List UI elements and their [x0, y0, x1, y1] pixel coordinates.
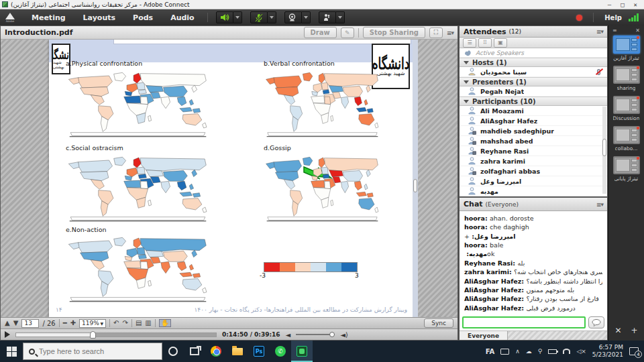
- taskbar-app-task-view[interactable]: [184, 341, 205, 362]
- layout-thumbnail[interactable]: [613, 156, 640, 174]
- language-indicator[interactable]: FA: [486, 348, 494, 355]
- attendee-row[interactable]: zolfaghari abbas: [460, 166, 607, 176]
- layout-thumbnail[interactable]: [613, 66, 640, 84]
- menu-meeting[interactable]: Meeting: [23, 13, 74, 22]
- draw-button[interactable]: Draw: [304, 27, 337, 38]
- menu-layouts[interactable]: Layouts: [74, 13, 124, 22]
- layout-item[interactable]: Discussion: [608, 96, 644, 121]
- taskbar-app-adobe-connect[interactable]: [291, 341, 313, 362]
- wifi-icon[interactable]: [563, 349, 570, 354]
- delete-layout-icon[interactable]: ✕: [614, 326, 621, 335]
- notification-center-icon[interactable]: 4: [629, 347, 639, 355]
- rail-menu-icon[interactable]: ≡: [612, 27, 617, 34]
- sync-button[interactable]: Sync: [424, 318, 453, 328]
- attendee-row[interactable]: AliAsghar Hafez: [460, 116, 607, 126]
- rail-close-icon[interactable]: ✕: [635, 27, 640, 34]
- chat-input[interactable]: [462, 316, 586, 328]
- system-tray: FA ∧ ☁ ⚲ ◁× 6:57 PM 5/23/2021 4: [486, 344, 644, 359]
- microphone-tray-icon[interactable]: ⚲: [538, 348, 543, 355]
- page-number-input[interactable]: 13: [21, 319, 39, 328]
- attendee-group-header[interactable]: Hosts (1): [460, 58, 607, 67]
- raise-hand-dropdown[interactable]: [336, 11, 345, 23]
- webcam-dropdown[interactable]: [302, 11, 311, 23]
- layout-item-selected[interactable]: تیتراژ آغازین: [608, 36, 644, 61]
- single-page-view-icon[interactable]: ▤: [136, 320, 142, 326]
- help-menu[interactable]: Help: [604, 14, 622, 21]
- layout-thumbnail[interactable]: [613, 126, 640, 144]
- page-down-icon[interactable]: ▼: [13, 320, 19, 326]
- microphone-button[interactable]: [250, 11, 276, 23]
- seek-bar[interactable]: [15, 333, 217, 337]
- add-layout-icon[interactable]: +: [631, 326, 638, 335]
- taskbar-app-cortana[interactable]: [162, 341, 184, 362]
- clock[interactable]: 6:57 PM 5/23/2021: [592, 344, 623, 359]
- status-view-icon[interactable]: ▣: [494, 38, 507, 48]
- pan-hand-icon[interactable]: ✋: [159, 319, 171, 327]
- taskbar-app-photoshop[interactable]: Ps: [248, 341, 270, 362]
- zoom-out-icon[interactable]: ━: [63, 320, 67, 326]
- zoom-in-icon[interactable]: ✚: [70, 320, 76, 326]
- volume-slider[interactable]: [296, 334, 335, 335]
- minimize-button[interactable]: —: [608, 1, 611, 8]
- start-button[interactable]: [0, 341, 23, 362]
- menu-audio[interactable]: Audio: [162, 13, 203, 22]
- attendee-row[interactable]: مهدیه: [460, 186, 607, 196]
- play-button[interactable]: [5, 331, 10, 338]
- attendee-row[interactable]: mahshad abed: [460, 136, 607, 146]
- attendee-group-header[interactable]: Presenters (1): [460, 77, 607, 86]
- attendees-pod-menu-icon[interactable]: ≡▾: [596, 28, 603, 35]
- attendee-row[interactable]: Ali Moazami: [460, 106, 607, 116]
- list-view-icon[interactable]: ☰: [463, 38, 476, 48]
- tab-everyone[interactable]: Everyone: [460, 331, 508, 340]
- attendee-row[interactable]: Pegah Nejat: [460, 86, 607, 97]
- layout-item[interactable]: collabo...: [608, 126, 644, 152]
- close-button[interactable]: ✕: [634, 1, 637, 8]
- pointer-tool-button[interactable]: ✎: [341, 27, 354, 38]
- volume-tray-icon[interactable]: ◁×: [576, 348, 586, 355]
- layout-item[interactable]: تیتراژ پایانی: [608, 156, 644, 182]
- attendees-scrollbar[interactable]: [602, 107, 606, 194]
- speaker-icon[interactable]: ◄⟩: [340, 331, 348, 339]
- search-input[interactable]: [39, 347, 146, 355]
- attendee-row[interactable]: Reyhane Rasi: [460, 146, 607, 156]
- layout-list: تیتراژ آغازین sharing Discussion collabo…: [608, 36, 644, 182]
- layout-item[interactable]: sharing: [608, 66, 644, 91]
- share-pod-menu-icon[interactable]: ≡▾: [447, 29, 453, 36]
- taskbar-search[interactable]: [23, 343, 162, 360]
- webcam-button[interactable]: [284, 11, 311, 23]
- rotate-right-icon[interactable]: ↷: [123, 320, 128, 326]
- page-up-icon[interactable]: ▲: [5, 320, 10, 326]
- taskbar-app-whatsapp[interactable]: ✆: [270, 341, 291, 362]
- speaker-button[interactable]: [216, 11, 242, 23]
- mute-icon[interactable]: ◄: [286, 331, 291, 339]
- hidden-icons-chevron[interactable]: ∧: [515, 348, 520, 355]
- two-page-view-icon[interactable]: ▥: [145, 320, 151, 326]
- attendee-row[interactable]: mahdieb sadeghipur: [460, 126, 607, 136]
- send-message-button[interactable]: [588, 316, 604, 328]
- rotate-left-icon[interactable]: ↶: [113, 320, 119, 326]
- onedrive-cloud-icon[interactable]: ☁: [526, 348, 532, 355]
- layout-thumbnail[interactable]: [613, 96, 640, 114]
- keyboard-icon[interactable]: [500, 349, 509, 355]
- seek-handle[interactable]: [90, 331, 96, 339]
- maximize-button[interactable]: □: [621, 1, 624, 8]
- connection-strength-icon[interactable]: [629, 13, 639, 21]
- attendee-row[interactable]: zahra karimi: [460, 156, 607, 166]
- speaker-dropdown[interactable]: [233, 11, 242, 23]
- taskbar-app-chrome[interactable]: [205, 341, 227, 362]
- zoom-level-select[interactable]: 119%▼: [79, 319, 106, 328]
- menu-pods[interactable]: Pods: [124, 13, 162, 22]
- chat-pod-menu-icon[interactable]: ≡▾: [596, 201, 603, 208]
- attendee-row[interactable]: سینا محمودیان: [460, 67, 607, 77]
- attendee-row[interactable]: امیررضا وغل: [460, 176, 607, 186]
- attendee-group-header[interactable]: Participants (10): [460, 97, 607, 106]
- layout-thumbnail[interactable]: [613, 36, 640, 54]
- raise-hand-button[interactable]: [319, 11, 345, 23]
- fullscreen-icon[interactable]: ⛶: [429, 27, 443, 38]
- grid-view-icon[interactable]: ⠿: [478, 38, 492, 48]
- battery-icon[interactable]: [548, 349, 557, 354]
- stop-sharing-button[interactable]: Stop Sharing: [363, 27, 425, 38]
- microphone-dropdown[interactable]: [268, 11, 276, 23]
- taskbar-app-file-explorer[interactable]: [227, 341, 248, 362]
- document-scrollbar[interactable]: [413, 40, 418, 317]
